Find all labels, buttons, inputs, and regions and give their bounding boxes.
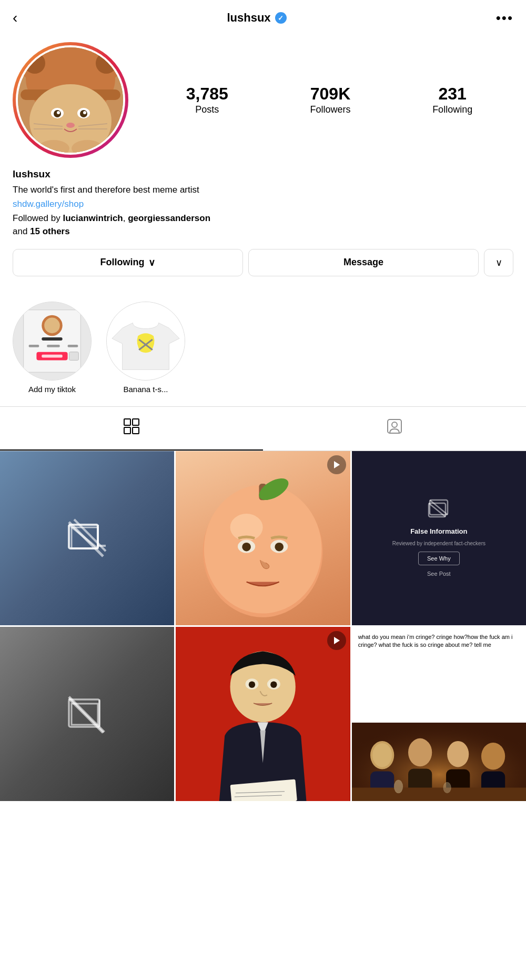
action-buttons: Following ∨ Message ∨ bbox=[13, 249, 513, 276]
peach-face-illustration bbox=[176, 451, 350, 625]
svg-point-88 bbox=[394, 780, 402, 793]
tiktok-preview-svg bbox=[13, 302, 91, 381]
post-cell-5[interactable] bbox=[176, 627, 350, 801]
grid-icon bbox=[124, 418, 139, 438]
stats-container: 3,785 Posts 709K Followers 231 Following bbox=[145, 85, 513, 115]
tab-grid[interactable] bbox=[0, 407, 263, 451]
following-chevron-icon: ∨ bbox=[148, 257, 155, 268]
svg-point-40 bbox=[392, 422, 397, 427]
bio-section: lushsux The world's first and therefore … bbox=[13, 168, 513, 238]
grid-icon-svg bbox=[124, 418, 139, 434]
see-post-link[interactable]: See Post bbox=[427, 571, 451, 577]
posts-count: 3,785 bbox=[186, 85, 228, 102]
following-button[interactable]: Following ∨ bbox=[13, 249, 243, 276]
svg-point-49 bbox=[204, 485, 322, 613]
svg-rect-28 bbox=[68, 344, 78, 347]
tagged-icon bbox=[387, 418, 402, 438]
header-username-area: lushsux ✓ bbox=[227, 11, 286, 25]
bio-followed-by: Followed by lucianwintrich, georgiessand… bbox=[13, 212, 513, 238]
svg-point-54 bbox=[242, 542, 251, 551]
message-button[interactable]: Message bbox=[248, 249, 479, 276]
follower-1[interactable]: lucianwintrich bbox=[63, 213, 123, 223]
svg-point-71 bbox=[270, 681, 277, 687]
post-cell-3[interactable]: False Information Reviewed by independen… bbox=[352, 451, 526, 625]
text-post-content: what do you mean i'm cringe? cringe how?… bbox=[352, 627, 526, 723]
dropdown-chevron-icon: ∨ bbox=[495, 257, 502, 268]
following-stat[interactable]: 231 Following bbox=[432, 85, 472, 115]
svg-point-14 bbox=[66, 123, 75, 128]
svg-rect-38 bbox=[133, 427, 139, 434]
bio-username: lushsux bbox=[13, 168, 513, 180]
svg-point-81 bbox=[408, 738, 432, 767]
svg-point-13 bbox=[83, 111, 86, 114]
posts-grid: False Information Reviewed by independen… bbox=[0, 451, 526, 802]
dropdown-button[interactable]: ∨ bbox=[484, 249, 513, 276]
avatar-illustration bbox=[18, 47, 123, 153]
false-info-overlay: False Information Reviewed by independen… bbox=[352, 451, 526, 625]
svg-marker-75 bbox=[334, 637, 340, 644]
highlight-label-tiktok: Add my tiktok bbox=[28, 385, 76, 394]
highlight-item-tiktok[interactable]: Add my tiktok bbox=[13, 302, 92, 394]
profile-section: 3,785 Posts 709K Followers 231 Following… bbox=[0, 36, 526, 302]
svg-marker-57 bbox=[334, 461, 340, 468]
post-cell-1[interactable] bbox=[0, 451, 174, 625]
highlight-circle-banana bbox=[106, 302, 185, 381]
svg-rect-87 bbox=[352, 788, 526, 802]
header: ‹ lushsux ✓ ••• bbox=[0, 0, 526, 36]
bio-link[interactable]: shdw.gallery/shop bbox=[13, 199, 513, 209]
and-text: and bbox=[13, 226, 30, 236]
followers-count: 709K bbox=[310, 85, 351, 102]
false-info-subtitle: Reviewed by independent fact-checkers bbox=[392, 541, 485, 546]
svg-rect-36 bbox=[133, 419, 139, 425]
svg-point-89 bbox=[443, 782, 451, 793]
followers-label: Followers bbox=[310, 104, 350, 115]
followers-stat[interactable]: 709K Followers bbox=[310, 85, 350, 115]
avatar-wrapper[interactable] bbox=[13, 42, 128, 158]
back-button[interactable]: ‹ bbox=[13, 9, 17, 26]
follower-2[interactable]: georgiessanderson bbox=[128, 213, 210, 223]
svg-point-5 bbox=[96, 53, 117, 74]
play-icon bbox=[333, 461, 340, 469]
svg-point-83 bbox=[447, 741, 469, 767]
highlight-item-banana[interactable]: Banana t-s... bbox=[106, 302, 185, 394]
post-cell-4[interactable] bbox=[0, 627, 174, 801]
avatar-ring bbox=[13, 42, 128, 158]
play-icon-2 bbox=[333, 636, 340, 645]
removed-content-icon bbox=[66, 517, 108, 559]
removed-content-icon-2 bbox=[66, 693, 108, 735]
video-badge-2 bbox=[327, 631, 346, 650]
more-options-button[interactable]: ••• bbox=[496, 10, 513, 26]
svg-point-56 bbox=[275, 542, 284, 551]
svg-point-10 bbox=[57, 111, 60, 114]
see-why-button[interactable]: See Why bbox=[418, 552, 460, 565]
highlight-circle-tiktok bbox=[13, 302, 92, 381]
tab-bar bbox=[0, 407, 526, 451]
following-label: Following bbox=[100, 257, 145, 268]
post-cell-6[interactable]: what do you mean i'm cringe? cringe how?… bbox=[352, 627, 526, 801]
svg-point-24 bbox=[44, 317, 60, 333]
avatar-inner bbox=[16, 45, 125, 155]
svg-point-69 bbox=[249, 681, 255, 687]
posts-stat[interactable]: 3,785 Posts bbox=[186, 85, 228, 115]
svg-point-85 bbox=[481, 743, 505, 769]
others-count[interactable]: 15 others bbox=[30, 226, 70, 236]
svg-rect-31 bbox=[69, 352, 79, 360]
message-label: Message bbox=[343, 257, 383, 268]
group-photo-svg bbox=[352, 723, 526, 801]
highlights-section: Add my tiktok Banana t-s... bbox=[0, 302, 526, 406]
tab-tagged[interactable] bbox=[263, 407, 526, 451]
svg-rect-30 bbox=[42, 354, 62, 357]
posts-label: Posts bbox=[195, 104, 219, 115]
header-username-text: lushsux bbox=[227, 11, 270, 25]
svg-rect-35 bbox=[124, 419, 130, 425]
video-badge bbox=[327, 455, 346, 474]
post-cell-2[interactable] bbox=[176, 451, 350, 625]
svg-point-3 bbox=[24, 53, 45, 74]
profile-top-row: 3,785 Posts 709K Followers 231 Following bbox=[13, 42, 513, 158]
verified-badge: ✓ bbox=[275, 12, 287, 24]
false-info-title: False Information bbox=[410, 527, 467, 535]
following-label: Following bbox=[432, 104, 472, 115]
svg-point-79 bbox=[372, 743, 392, 767]
highlight-label-banana: Banana t-s... bbox=[123, 385, 168, 394]
svg-rect-37 bbox=[124, 427, 130, 434]
